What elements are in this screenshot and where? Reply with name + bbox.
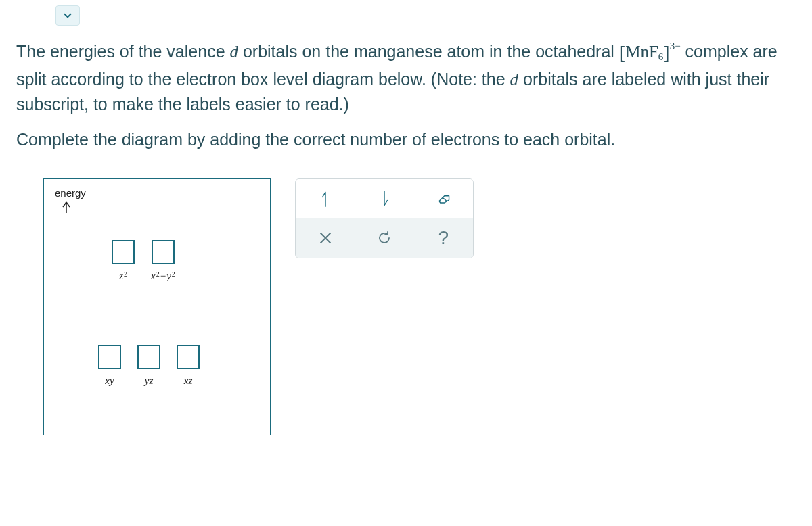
orbital-label-z2: z2 [119, 268, 127, 282]
spin-down-button[interactable] [355, 179, 413, 218]
energy-arrow-icon [62, 201, 71, 213]
orbital-box-xz[interactable] [177, 345, 200, 369]
help-button[interactable]: ? [414, 218, 473, 258]
orbital-label-xz: xz [184, 373, 193, 387]
question-paragraph-2: Complete the diagram by adding the corre… [16, 127, 796, 151]
orbital-box-z2[interactable] [112, 240, 135, 264]
clear-button[interactable] [296, 218, 355, 258]
complex-formula: [MnF6]3− [619, 43, 681, 61]
energy-axis-label: energy [55, 187, 86, 199]
help-icon: ? [438, 227, 449, 249]
eraser-button[interactable] [414, 179, 473, 218]
tools-panel: ? [295, 178, 474, 258]
close-icon [317, 229, 334, 247]
question-paragraph-1: The energies of the valence d orbitals o… [16, 39, 796, 116]
orbital-xy: xy [98, 345, 121, 387]
chevron-down-icon [62, 9, 74, 22]
electron-tools-row [296, 179, 473, 218]
collapse-toggle[interactable] [55, 5, 80, 26]
t2g-orbital-row: xy yz xz [98, 345, 200, 387]
energy-diagram: energy z2 x2−y2 xy [43, 178, 271, 435]
reset-button[interactable] [355, 218, 413, 258]
orbital-yz: yz [137, 345, 160, 387]
eraser-icon [435, 190, 451, 208]
eg-orbital-row: z2 x2−y2 [112, 240, 175, 282]
orbital-xz: xz [177, 345, 200, 387]
reset-icon [376, 229, 392, 247]
orbital-label-x2y2: x2−y2 [151, 268, 175, 282]
orbital-z2: z2 [112, 240, 135, 282]
orbital-x2y2: x2−y2 [151, 240, 175, 282]
orbital-label-yz: yz [145, 373, 154, 387]
spin-up-button[interactable] [296, 179, 355, 218]
action-tools-row: ? [296, 218, 473, 258]
spin-up-icon [317, 190, 334, 208]
orbital-box-yz[interactable] [137, 345, 160, 369]
orbital-label-xy: xy [105, 373, 114, 387]
orbital-box-x2y2[interactable] [152, 240, 175, 264]
orbital-box-xy[interactable] [98, 345, 121, 369]
spin-down-icon [376, 190, 392, 208]
